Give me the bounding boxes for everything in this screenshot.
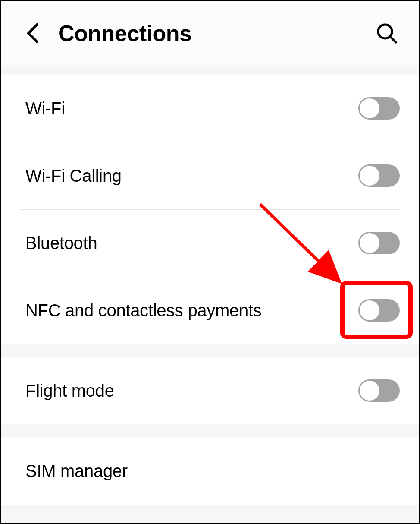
row-label: NFC and contactless payments	[25, 301, 345, 320]
row-wifi[interactable]: Wi-Fi	[1, 75, 419, 142]
toggle-area	[345, 209, 400, 277]
svg-line-1	[390, 37, 396, 42]
back-button[interactable]	[20, 21, 44, 45]
row-label: Flight mode	[25, 381, 345, 401]
row-label: Bluetooth	[25, 234, 345, 253]
chevron-left-icon	[26, 23, 39, 44]
settings-group-2: Flight mode	[1, 357, 419, 424]
settings-group-3: SIM manager	[1, 437, 419, 505]
settings-screen: Connections Wi-Fi Wi-Fi Calling	[1, 1, 419, 523]
row-sim-manager[interactable]: SIM manager	[1, 437, 419, 505]
header-bar: Connections	[1, 1, 419, 65]
row-label: Wi-Fi Calling	[25, 166, 345, 186]
toggle-area	[345, 75, 400, 142]
flight-mode-toggle[interactable]	[358, 379, 400, 402]
row-label: SIM manager	[25, 461, 400, 481]
settings-group-1: Wi-Fi Wi-Fi Calling Bluetooth NFC and co…	[1, 75, 419, 344]
toggle-area	[345, 357, 400, 424]
wifi-toggle[interactable]	[358, 97, 400, 120]
row-flight-mode[interactable]: Flight mode	[1, 357, 419, 424]
settings-list: Wi-Fi Wi-Fi Calling Bluetooth NFC and co…	[1, 65, 419, 523]
row-wifi-calling[interactable]: Wi-Fi Calling	[1, 142, 419, 209]
nfc-toggle[interactable]	[358, 299, 400, 322]
row-label: Wi-Fi	[25, 99, 345, 118]
bluetooth-toggle[interactable]	[358, 232, 400, 254]
search-icon	[376, 22, 398, 44]
page-title: Connections	[58, 20, 360, 46]
search-button[interactable]	[374, 20, 400, 46]
toggle-area	[345, 277, 400, 344]
toggle-area	[345, 142, 400, 209]
wifi-calling-toggle[interactable]	[358, 164, 400, 187]
row-bluetooth[interactable]: Bluetooth	[1, 209, 419, 277]
row-nfc[interactable]: NFC and contactless payments	[1, 277, 419, 344]
